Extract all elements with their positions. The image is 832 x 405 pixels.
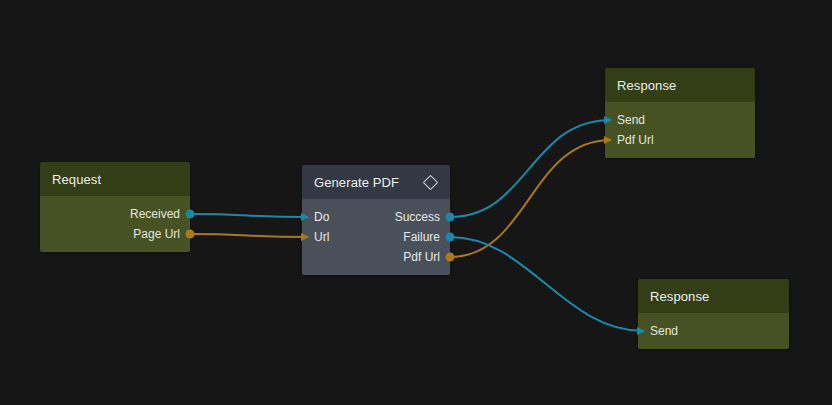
node-response-top-header[interactable]: Response: [605, 68, 755, 102]
node-title: Response: [650, 289, 709, 304]
port-row: Send: [638, 321, 789, 341]
port-received-label: Received: [40, 207, 190, 221]
wire-failure-to-send[interactable]: [450, 237, 644, 331]
port-do-label: Do: [302, 210, 329, 224]
node-response-top[interactable]: Response Send Pdf Url: [605, 68, 755, 158]
node-response-bottom-header[interactable]: Response: [638, 279, 789, 313]
node-request-body: Received Page Url: [40, 196, 190, 252]
node-generate-pdf[interactable]: Generate PDF Do Success Url Failure Pdf …: [302, 165, 450, 275]
node-request-header[interactable]: Request: [40, 162, 190, 196]
node-request[interactable]: Request Received Page Url: [40, 162, 190, 252]
port-row: Page Url: [40, 224, 190, 244]
wire-pageurl-to-url[interactable]: [190, 234, 308, 237]
node-title: Request: [52, 172, 101, 187]
node-title: Response: [617, 78, 676, 93]
port-pdfurl-label: Pdf Url: [403, 250, 450, 264]
port-failure-label: Failure: [403, 230, 450, 244]
port-row: Url Failure: [302, 227, 450, 247]
wire-pdfurl-to-pdfurl[interactable]: [450, 140, 611, 257]
wire-success-to-send[interactable]: [450, 120, 611, 217]
node-response-top-body: Send Pdf Url: [605, 102, 755, 158]
node-response-bottom[interactable]: Response Send: [638, 279, 789, 349]
port-send-label: Send: [638, 324, 678, 338]
port-row: Do Success: [302, 207, 450, 227]
wire-received-to-do[interactable]: [190, 214, 308, 217]
port-send-label: Send: [605, 113, 645, 127]
node-generate-pdf-header[interactable]: Generate PDF: [302, 165, 450, 199]
node-response-bottom-body: Send: [638, 313, 789, 349]
port-success-label: Success: [395, 210, 450, 224]
port-pageurl-label: Page Url: [40, 227, 190, 241]
port-row: Received: [40, 204, 190, 224]
diamond-icon: [423, 174, 439, 190]
node-graph-canvas[interactable]: Request Received Page Url Generate PDF D…: [0, 0, 832, 405]
port-row: Pdf Url: [605, 130, 755, 150]
port-row: Send: [605, 110, 755, 130]
port-row: Pdf Url: [302, 247, 450, 267]
node-title: Generate PDF: [314, 175, 399, 190]
node-generate-pdf-body: Do Success Url Failure Pdf Url: [302, 199, 450, 275]
port-url-label: Url: [302, 230, 329, 244]
port-pdfurl-in-label: Pdf Url: [605, 133, 654, 147]
